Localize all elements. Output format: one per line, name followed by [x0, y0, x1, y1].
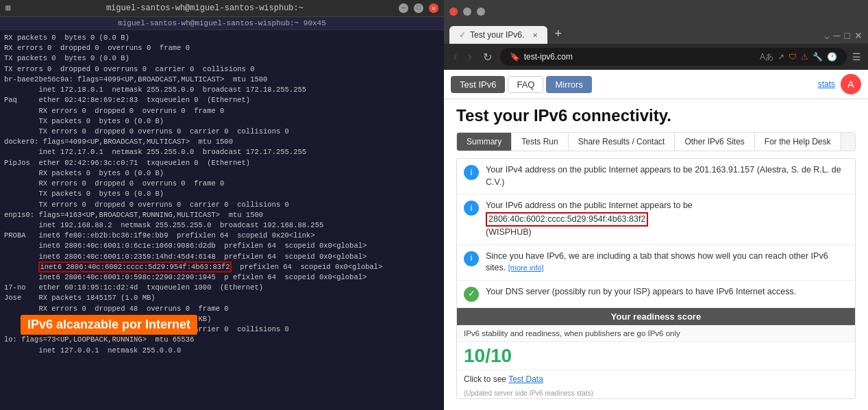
terminal-title: miguel-santos-wh@miguel-santos-wisphub:~ — [11, 3, 399, 13]
forward-button[interactable]: › — [465, 49, 474, 64]
terminal-content: RX packets 0 bytes 0 (0.0 B)RX errors 0 … — [0, 30, 444, 403]
bookmark-icon: 🔖 — [510, 52, 520, 62]
result-row-ipv6: i Your IPv6 address on the public Intern… — [457, 194, 855, 245]
readiness-sub: IPv6 stability and readiness, when publi… — [457, 325, 855, 342]
browser-max[interactable] — [477, 8, 485, 16]
terminal-line: lo: flags=73<UP,LOOPBACK,RUNNING> mtu 65… — [4, 335, 440, 345]
window-min-icon[interactable]: ─ — [834, 30, 841, 41]
brave-shield-icon[interactable]: 🛡 — [789, 52, 797, 62]
terminal-line: TX packets 0 bytes 0 (0.0 B) — [4, 53, 440, 64]
site-navigation: Test IPv6 FAQ Mirrors stats A — [444, 70, 868, 99]
terminal-subtitle: miguel-santos-wh@miguel-santos-wisphub:~… — [0, 17, 444, 30]
history-icon[interactable]: 🕐 — [827, 52, 837, 62]
page-main-content: Test your IPv6 connectivity. Summary Tes… — [444, 99, 868, 410]
close-button[interactable]: ✕ — [429, 3, 438, 13]
terminal-line: TX errors 0 dropped 0 overruns 0 carrier… — [4, 200, 440, 210]
more-info-link[interactable]: [more info] — [508, 264, 544, 272]
terminal-icon: ⊞ — [5, 3, 11, 14]
webpage-content: Test IPv6 FAQ Mirrors stats A Test your … — [444, 70, 868, 410]
browser-close[interactable] — [449, 8, 458, 16]
ipv6-address-box: 2806:40c:6002:cccc:5d29:954f:4b63:83f2 — [486, 212, 648, 227]
terminal-line: TX errors 0 dropped 0 overruns 0 carrier… — [4, 64, 440, 75]
new-tab-button[interactable]: + — [549, 27, 567, 44]
share-icon[interactable]: ↗ — [778, 52, 784, 62]
security-icon[interactable]: ⚠ — [801, 52, 808, 62]
url-toolbar-icons: Aあ ↗ 🛡 ⚠ 🔧 🕐 — [760, 51, 837, 63]
browser-titlebar — [444, 0, 868, 23]
results-area: i Your IPv4 address on the public Intern… — [456, 158, 856, 399]
active-tab[interactable]: ✓ Test your IPv6. ✕ — [449, 26, 547, 44]
terminal-line: RX errors 0 dropped 0 overruns 0 frame 0 — [4, 43, 440, 53]
terminal-line: RX packets 0 bytes 0 (0.0 B) — [4, 168, 440, 179]
address-bar: ‹ › ↻ 🔖 test-ipv6.com Aあ ↗ 🛡 ⚠ 🔧 🕐 ☰ — [444, 44, 868, 70]
tab-share[interactable]: Share Results / Contact — [569, 133, 675, 151]
tab-help-desk[interactable]: For the Help Desk — [755, 133, 841, 151]
extensions-icon[interactable]: 🔧 — [813, 52, 823, 62]
minimize-button[interactable]: ─ — [399, 3, 408, 13]
tab-other-sites[interactable]: Other IPv6 Sites — [675, 133, 754, 151]
menu-icon[interactable]: ☰ — [852, 51, 861, 62]
page-title: Test your IPv6 connectivity. — [456, 106, 856, 125]
terminal-line: PipJos ether 02:42:96:3c:c0:71 txqueuele… — [4, 158, 440, 168]
test-data-link[interactable]: Test Data — [508, 374, 543, 384]
terminal-line: RX packets 0 bytes 0 (0.0 B) — [4, 33, 440, 43]
terminal-line: docker0: flags=4099<UP,BROADCAST,MULTICA… — [4, 137, 440, 147]
terminal-line: RX errors 0 dropped 0 overruns 0 frame 0 — [4, 179, 440, 189]
terminal-line: 17-no ether 60:18:95:1c:d2:4d txqueuelen… — [4, 283, 440, 293]
tab-list-icon[interactable]: ⌵ — [824, 31, 830, 41]
browser-window: ✓ Test your IPv6. ✕ + ⌵ ─ □ ✕ ‹ › ↻ 🔖 te… — [444, 0, 868, 410]
page-tabs-row: Summary Tests Run Share Results / Contac… — [456, 132, 856, 151]
back-button[interactable]: ‹ — [451, 49, 460, 64]
result-row-dns: ✓ Your DNS server (possibly run by your … — [457, 281, 855, 308]
terminal-line: TX errors 0 dropped 0 overruns 0 carrier… — [4, 127, 440, 137]
result-row-ipv6-sites: i Since you have IPv6, we are including … — [457, 245, 855, 281]
tab-bar-controls: ⌵ ─ □ ✕ — [824, 30, 863, 44]
nav-faq[interactable]: FAQ — [508, 76, 543, 93]
window-close-icon[interactable]: ✕ — [854, 30, 863, 41]
translate-icon-symbol: A — [847, 79, 854, 90]
tab-summary[interactable]: Summary — [457, 133, 512, 151]
window-max-icon[interactable]: □ — [845, 30, 850, 41]
updated-note: (Updated server side IPv6 readiness stat… — [457, 388, 855, 398]
tab-favicon: ✓ — [459, 30, 466, 40]
tab-tests-run[interactable]: Tests Run — [512, 133, 568, 151]
site-nav-right: stats A — [818, 74, 861, 94]
terminal-line: RX errors 0 dropped 0 overruns 0 frame 0 — [4, 106, 440, 116]
terminal-line: inet6 2806:40c:6002:cccc:5d29:954f:4b63:… — [4, 262, 440, 272]
url-field[interactable]: 🔖 test-ipv6.com Aあ ↗ 🛡 ⚠ 🔧 🕐 — [500, 48, 847, 66]
tab-title: Test your IPv6. — [470, 30, 524, 40]
translate-icon[interactable]: Aあ — [760, 51, 773, 63]
maximize-button[interactable]: □ — [414, 3, 423, 13]
terminal-line: inet6 2806:40c:6001:0:2359:14hd:45d4:614… — [4, 252, 440, 262]
result-row-ipv4: i Your IPv4 address on the public Intern… — [457, 159, 855, 194]
result-text-ipv6: Your IPv6 address on the public Internet… — [486, 200, 848, 239]
url-text: test-ipv6.com — [524, 52, 756, 62]
browser-toolbar-right: ☰ — [852, 51, 861, 62]
browser-tab-bar: ✓ Test your IPv6. ✕ + ⌵ ─ □ ✕ — [444, 23, 868, 44]
terminal-line: inet 192.168.88.2 netmask 255.255.255.0 … — [4, 220, 440, 231]
terminal-controls[interactable]: ─ □ ✕ — [399, 3, 438, 13]
nav-test-ipv6[interactable]: Test IPv6 — [451, 76, 505, 93]
info-icon-1: i — [464, 165, 479, 180]
browser-min[interactable] — [463, 8, 471, 16]
test-data-section: Click to see Test Data — [457, 370, 855, 388]
reload-button[interactable]: ↻ — [480, 49, 495, 65]
result-text-ipv4: Your IPv4 address on the public Internet… — [486, 164, 848, 188]
terminal-line: RX errors 0 dropped 48 overruns 0 frame … — [4, 304, 440, 314]
ipv6-annotation-label: IPv6 alcanzable por Internet — [21, 315, 197, 335]
terminal-line: TX packets 0 bytes 0 (0.0 B) — [4, 189, 440, 199]
score-row: 10/10 — [457, 342, 855, 370]
terminal-line: TX packets 0 bytes 0 (0.0 B) — [4, 116, 440, 127]
terminal-line: enp1s0: flags=4163<UP,BROADCAST,RUNNING,… — [4, 210, 440, 220]
stats-link[interactable]: stats — [818, 79, 835, 89]
terminal-line: PROBA inet6 fe80::eb2b:bc36:1f9e:bb9 pre… — [4, 231, 440, 241]
terminal-line: inet6 2806:40c:6001:0:598c:2290:2290:194… — [4, 272, 440, 283]
tab-close-button[interactable]: ✕ — [532, 31, 538, 39]
readiness-score: 10/10 — [464, 345, 512, 367]
terminal-line: inet 127.0.0.1 netmask 255.0.0.0 — [4, 346, 440, 356]
translate-button[interactable]: A — [841, 74, 861, 94]
terminal-line: inet 172.17.0.1 netmask 255.255.0.0 broa… — [4, 147, 440, 157]
check-icon-1: ✓ — [464, 287, 479, 302]
nav-mirrors[interactable]: Mirrors — [546, 76, 591, 93]
result-text-dns: Your DNS server (possibly run by your IS… — [486, 286, 848, 298]
